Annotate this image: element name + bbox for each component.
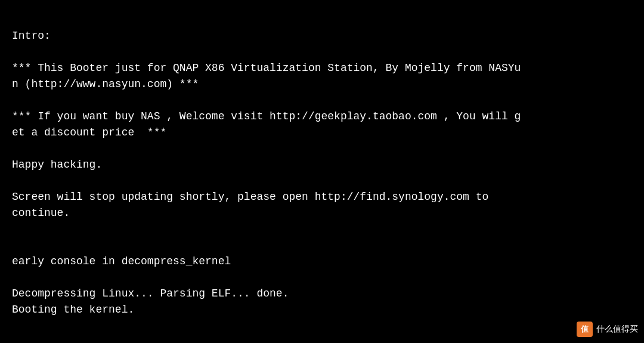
terminal-blank-line: [12, 237, 632, 254]
terminal-blank-line: [12, 270, 632, 286]
terminal-blank-line: [12, 141, 632, 157]
watermark-badge: 值: [577, 322, 593, 337]
terminal-line-happy: Happy hacking.: [12, 157, 632, 173]
terminal-line-nas1: *** If you want buy NAS , Welcome visit …: [12, 109, 632, 125]
terminal-line-booter2: n (http://www.nasyun.com) ***: [12, 76, 632, 92]
terminal-line-nas2: et a discount price ***: [12, 125, 632, 141]
terminal-output: Intro: *** This Booter just for QNAP X86…: [0, 0, 644, 330]
terminal-blank-line: [12, 92, 632, 109]
terminal-line-screen2: continue.: [12, 205, 632, 221]
terminal-line-boot: Booting the kernel.: [12, 302, 632, 318]
terminal-line-intro: Intro:: [12, 28, 632, 44]
terminal-line-early: early console in decompress_kernel: [12, 254, 632, 270]
terminal-blank-line: [12, 221, 632, 237]
terminal-blank-line: [12, 44, 632, 60]
terminal-line-decomp: Decompressing Linux... Parsing ELF... do…: [12, 286, 632, 302]
terminal-blank-line: [12, 173, 632, 189]
watermark-text: 什么值得买: [596, 324, 638, 335]
terminal-line-booter1: *** This Booter just for QNAP X86 Virtua…: [12, 60, 632, 76]
watermark: 值 什么值得买: [577, 322, 638, 337]
terminal-line-screen1: Screen will stop updating shortly, pleas…: [12, 189, 632, 205]
